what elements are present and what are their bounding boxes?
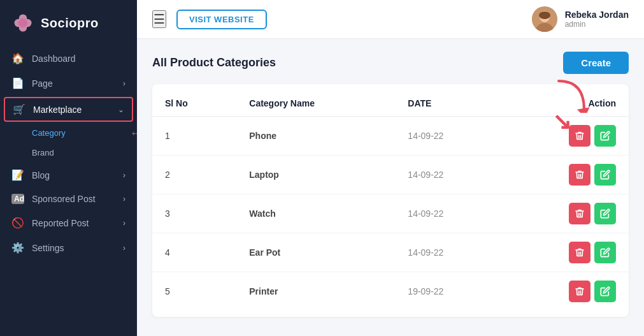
content-header: All Product Categories Create [152, 52, 629, 74]
cell-action [502, 194, 629, 233]
category-label: Category [32, 128, 66, 138]
delete-button[interactable] [569, 281, 590, 302]
blog-icon: 📝 [11, 169, 24, 181]
table-row: 4 Ear Pot 14-09-22 [152, 233, 629, 272]
cell-sl: 1 [152, 117, 236, 156]
svg-point-4 [18, 18, 27, 27]
cell-action [502, 272, 629, 311]
marketplace-icon: 🛒 [13, 103, 25, 115]
edit-icon [600, 247, 610, 258]
reported-post-icon: 🚫 [11, 217, 24, 229]
brand-label: Brand [32, 148, 54, 157]
col-category-name: Category Name [236, 91, 395, 117]
sidebar-item-blog[interactable]: 📝 Blog › [0, 163, 137, 187]
edit-icon [600, 286, 610, 296]
cell-action [502, 117, 629, 156]
chevron-right-icon: › [123, 79, 125, 88]
cell-name: Ear Pot [236, 233, 395, 272]
edit-button[interactable] [594, 281, 616, 302]
sidebar-item-label: Settings [32, 243, 64, 253]
delete-button[interactable] [569, 203, 590, 224]
category-arrow-icon: ← [129, 125, 137, 142]
user-role: admin [565, 20, 629, 29]
trash-icon [575, 131, 585, 141]
hamburger-button[interactable]: ☰ [152, 10, 166, 28]
cell-date: 14-09-22 [395, 117, 502, 156]
table-row: 5 Printer 19-09-22 [152, 272, 629, 311]
edit-icon [600, 170, 610, 180]
page-title: All Product Categories [152, 56, 276, 69]
settings-icon: ⚙️ [11, 242, 24, 254]
trash-icon [575, 286, 585, 296]
visit-website-button[interactable]: VISIT WEBSITE [176, 10, 267, 29]
edit-button[interactable] [594, 125, 616, 147]
categories-table: Sl No Category Name DATE Action 1 Phone … [152, 91, 629, 310]
delete-button[interactable] [569, 242, 590, 263]
sidebar-item-page[interactable]: 📄 Page › [0, 71, 137, 96]
sidebar-item-category[interactable]: Category ← [0, 123, 137, 143]
header: ☰ VISIT WEBSITE Rebeka Jordan admin [137, 0, 644, 39]
table-row: 2 Laptop 14-09-22 [152, 156, 629, 194]
sidebar-item-settings[interactable]: ⚙️ Settings › [0, 235, 137, 260]
logo-icon [11, 11, 34, 34]
cell-name: Printer [236, 272, 395, 311]
edit-icon [600, 131, 610, 141]
sidebar-item-label: Dashboard [32, 54, 76, 64]
sidebar-item-brand[interactable]: Brand [0, 143, 137, 163]
sidebar-item-reported-post[interactable]: 🚫 Reported Post › [0, 210, 137, 235]
cell-sl: 4 [152, 233, 236, 272]
cell-date: 14-09-22 [395, 233, 502, 272]
cell-action [502, 156, 629, 194]
logo-text: Sociopro [41, 16, 99, 31]
delete-button[interactable] [569, 164, 590, 186]
chevron-right-icon: › [123, 219, 125, 228]
table-row: 1 Phone 14-09-22 [152, 117, 629, 156]
chevron-down-icon: ⌄ [118, 105, 124, 114]
edit-button[interactable] [594, 242, 616, 263]
svg-point-8 [539, 11, 550, 19]
avatar [532, 6, 557, 32]
trash-icon [575, 170, 585, 180]
cell-action [502, 233, 629, 272]
cell-date: 14-09-22 [395, 194, 502, 233]
marketplace-submenu: Category ← Brand [0, 123, 137, 163]
sidebar-item-label: Sponsored Post [32, 194, 96, 204]
sidebar-navigation: 🏠 Dashboard 📄 Page › 🛒 Marketplace ⌄ Cat… [0, 43, 137, 336]
delete-button[interactable] [569, 125, 590, 147]
cell-date: 19-09-22 [395, 272, 502, 311]
table-header-row: Sl No Category Name DATE Action [152, 91, 629, 117]
col-date: DATE [395, 91, 502, 117]
dashboard-icon: 🏠 [11, 52, 24, 64]
avatar-image [532, 6, 557, 32]
sidebar-item-label: Page [32, 78, 53, 89]
page-icon: 📄 [11, 77, 24, 89]
col-action: Action [502, 91, 629, 117]
sidebar-item-dashboard[interactable]: 🏠 Dashboard [0, 46, 137, 71]
create-button[interactable]: Create [563, 52, 629, 74]
sponsored-post-icon: Ad [11, 194, 24, 204]
cell-sl: 3 [152, 194, 236, 233]
main-content: All Product Categories Create ↘ Sl No Ca… [137, 39, 644, 336]
edit-button[interactable] [594, 203, 616, 224]
cell-name: Phone [236, 117, 395, 156]
sidebar-item-label: Marketplace [33, 105, 82, 115]
cell-date: 14-09-22 [395, 156, 502, 194]
table-container: ↘ Sl No Category Name DATE Action 1 Phon… [152, 84, 629, 317]
user-name: Rebeka Jordan [565, 10, 629, 20]
trash-icon [575, 208, 585, 219]
chevron-right-icon: › [123, 244, 125, 252]
chevron-right-icon: › [123, 194, 125, 203]
edit-button[interactable] [594, 164, 616, 186]
sidebar-item-sponsored-post[interactable]: Ad Sponsored Post › [0, 187, 137, 210]
sidebar-item-label: Blog [32, 170, 50, 180]
main-area: ☰ VISIT WEBSITE Rebeka Jordan admin All … [137, 0, 644, 336]
cell-sl: 5 [152, 272, 236, 311]
cell-sl: 2 [152, 156, 236, 194]
cell-name: Laptop [236, 156, 395, 194]
table-row: 3 Watch 14-09-22 [152, 194, 629, 233]
sidebar-item-marketplace[interactable]: 🛒 Marketplace ⌄ [4, 97, 133, 122]
sidebar-logo: Sociopro [0, 0, 137, 43]
header-right: Rebeka Jordan admin [532, 6, 629, 32]
trash-icon [575, 247, 585, 258]
chevron-right-icon: › [123, 171, 125, 180]
